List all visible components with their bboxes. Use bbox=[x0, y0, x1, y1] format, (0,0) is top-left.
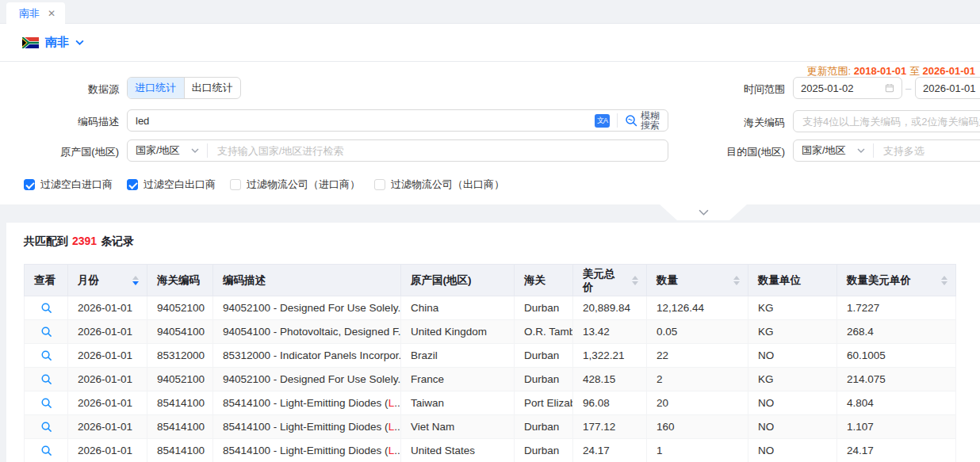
origin-search-input[interactable] bbox=[208, 145, 668, 157]
checkbox-label: 过滤物流公司（出口商） bbox=[391, 178, 504, 192]
origin-cell: United Kingdom bbox=[401, 320, 515, 344]
hs-code-cell: 94052100 bbox=[147, 368, 213, 391]
summary-prefix: 共匹配到 bbox=[24, 235, 68, 247]
filter-checkbox[interactable]: 过滤空白进口商 bbox=[24, 178, 113, 192]
end-date-input[interactable] bbox=[923, 82, 980, 94]
col-month[interactable]: 月份 bbox=[68, 265, 147, 296]
desc-cell: 85414100 - Light-Emitting Diodes (L... bbox=[213, 439, 401, 462]
translate-icon[interactable]: 文A bbox=[595, 114, 610, 128]
sort-icon[interactable] bbox=[733, 276, 740, 285]
tab-south-africa[interactable]: 南非 ✕ bbox=[6, 2, 65, 25]
update-range-label: 更新范围: bbox=[807, 65, 852, 77]
search-highlight: L bbox=[389, 397, 395, 409]
dest-select[interactable]: 国家/地区 bbox=[794, 143, 873, 158]
unit-price-cell: 24.17 bbox=[837, 439, 956, 462]
origin-group: 国家/地区 bbox=[127, 139, 668, 162]
unit-cell: NO bbox=[748, 415, 837, 439]
view-cell bbox=[25, 296, 68, 320]
col-qty-unit: 数量单位 bbox=[748, 265, 837, 296]
hs-code-input[interactable] bbox=[802, 116, 980, 128]
checkbox-unchecked-icon[interactable] bbox=[374, 179, 385, 190]
tab-export-stats[interactable]: 出口统计 bbox=[185, 78, 241, 98]
view-button[interactable] bbox=[37, 442, 55, 460]
origin-cell: Brazil bbox=[401, 344, 515, 368]
customs-cell: Durban bbox=[515, 296, 573, 320]
view-cell bbox=[25, 415, 68, 439]
dest-group: 国家/地区 bbox=[793, 139, 980, 162]
origin-select[interactable]: 国家/地区 bbox=[128, 143, 207, 158]
col-usd-total[interactable]: 美元总价 bbox=[573, 265, 647, 296]
unit-cell: KG bbox=[748, 368, 837, 391]
hs-code-label: 海关编码 bbox=[666, 116, 785, 130]
month-cell: 2026-01-01 bbox=[68, 320, 147, 344]
qty-cell: 2 bbox=[647, 368, 748, 391]
origin-cell: Viet Nam bbox=[401, 415, 515, 439]
table-row: 2026-01-018541410085414100 - Light-Emitt… bbox=[25, 415, 956, 439]
code-desc-label: 编码描述 bbox=[0, 115, 119, 129]
sort-icon[interactable] bbox=[941, 276, 947, 285]
results-card: 共匹配到2391条记录 查看月份海关编码编码描述原产国(地区)海关美元总价数量数… bbox=[6, 223, 980, 462]
view-button[interactable] bbox=[37, 300, 55, 317]
table-row: 2026-01-019405410094054100 - Photovoltai… bbox=[25, 320, 956, 344]
qty-cell: 0.05 bbox=[647, 320, 748, 344]
desc-cell: 94054100 - Photovoltaic, Designed F... bbox=[213, 320, 401, 344]
view-button[interactable] bbox=[37, 323, 55, 341]
customs-cell: Durban bbox=[515, 368, 573, 391]
collapse-panel-button[interactable] bbox=[660, 204, 747, 220]
qty-cell: 1 bbox=[647, 439, 748, 462]
magnifier-icon bbox=[40, 349, 52, 361]
sort-icon[interactable] bbox=[132, 276, 139, 285]
end-date-picker[interactable] bbox=[915, 77, 980, 99]
filter-checkbox[interactable]: 过滤物流公司（出口商） bbox=[374, 178, 504, 192]
unit-price-cell: 1.7227 bbox=[837, 296, 956, 320]
start-date-input[interactable] bbox=[801, 82, 880, 94]
chevron-down-icon bbox=[191, 148, 199, 153]
view-button[interactable] bbox=[37, 418, 55, 436]
table-row: 2026-01-019405210094052100 - Designed Fo… bbox=[25, 368, 956, 391]
checkbox-checked-icon[interactable] bbox=[127, 179, 138, 190]
search-highlight: L bbox=[389, 445, 395, 456]
view-button[interactable] bbox=[37, 395, 55, 412]
checkbox-checked-icon[interactable] bbox=[24, 179, 35, 190]
view-button[interactable] bbox=[37, 371, 55, 388]
filter-checkbox[interactable]: 过滤空白出口商 bbox=[127, 178, 216, 192]
fuzzy-search-label: 模糊搜索 bbox=[641, 111, 660, 130]
unit-price-cell: 268.4 bbox=[837, 320, 956, 344]
desc-cell: 85414100 - Light-Emitting Diodes (L... bbox=[213, 415, 401, 439]
view-cell bbox=[25, 439, 68, 462]
view-button[interactable] bbox=[37, 347, 55, 365]
month-cell: 2026-01-01 bbox=[68, 296, 147, 320]
datasource-label: 数据源 bbox=[0, 82, 119, 97]
customs-cell: Durban bbox=[515, 439, 573, 462]
collapse-band bbox=[0, 204, 980, 223]
table-row: 2026-01-018531200085312000 - Indicator P… bbox=[25, 344, 956, 368]
unit-cell: NO bbox=[748, 439, 837, 462]
dest-select-value: 国家/地区 bbox=[802, 143, 846, 158]
update-range-to: 2026-01-01 bbox=[923, 65, 976, 77]
sort-icon[interactable] bbox=[632, 276, 638, 285]
col-qty[interactable]: 数量 bbox=[647, 265, 748, 296]
fuzzy-search-button[interactable]: 模糊搜索 bbox=[625, 111, 668, 130]
month-cell: 2026-01-01 bbox=[68, 368, 147, 391]
group-divider bbox=[617, 113, 618, 128]
dest-label: 目的国(地区) bbox=[666, 145, 785, 159]
dest-search-input[interactable] bbox=[874, 145, 980, 157]
unit-cell: KG bbox=[748, 296, 837, 320]
filter-checkbox[interactable]: 过滤物流公司（进口商） bbox=[230, 178, 360, 192]
code-desc-input[interactable] bbox=[128, 115, 595, 127]
results-table: 查看月份海关编码编码描述原产国(地区)海关美元总价数量数量单位数量美元单价 20… bbox=[24, 264, 955, 462]
tab-import-stats[interactable]: 进口统计 bbox=[128, 78, 185, 98]
view-cell bbox=[25, 391, 68, 415]
checkbox-unchecked-icon[interactable] bbox=[230, 179, 241, 190]
customs-cell: Durban bbox=[515, 415, 573, 439]
chevron-down-icon bbox=[699, 209, 709, 216]
start-date-picker[interactable] bbox=[793, 77, 902, 99]
hs-code-cell: 85312000 bbox=[147, 344, 213, 368]
south-africa-flag-icon bbox=[22, 37, 39, 48]
country-header[interactable]: 南非 bbox=[22, 35, 84, 50]
tab-bar: 南非 ✕ bbox=[0, 0, 980, 24]
col-usd-unit-price[interactable]: 数量美元单价 bbox=[837, 265, 956, 296]
unit-cell: KG bbox=[748, 320, 837, 344]
usd-total-cell: 20,889.84 bbox=[573, 296, 647, 320]
close-icon[interactable]: ✕ bbox=[48, 8, 56, 19]
